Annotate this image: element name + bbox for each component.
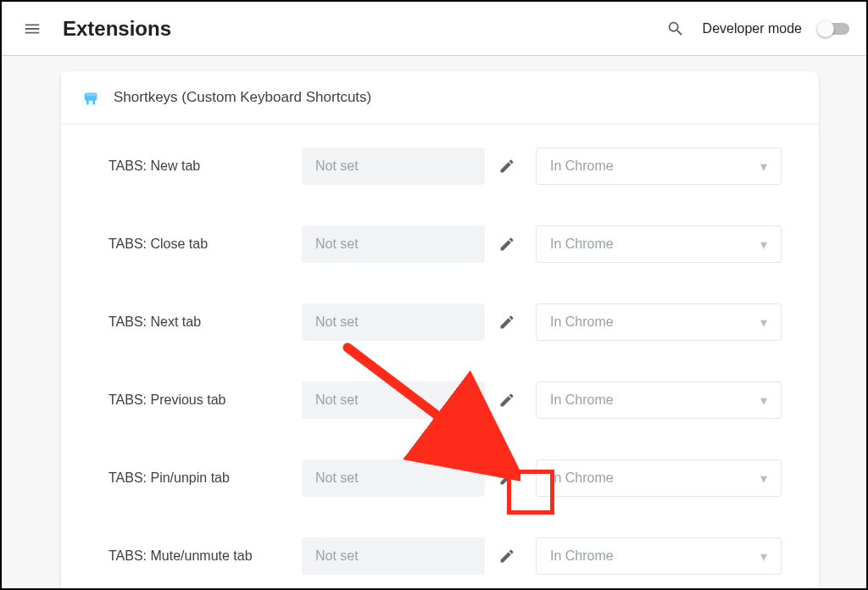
svg-rect-1 bbox=[86, 93, 97, 96]
edit-shortcut-button[interactable] bbox=[488, 225, 526, 263]
shortcut-label: TABS: Close tab bbox=[108, 237, 302, 252]
shortcut-row: TABS: Mute/unmute tab Not set In Chrome … bbox=[108, 537, 798, 576]
extension-shortcuts-card: Shortkeys (Custom Keyboard Shortcuts) TA… bbox=[61, 71, 819, 590]
scope-value: In Chrome bbox=[550, 237, 614, 252]
shortcut-row: TABS: Next tab Not set In Chrome ▾ bbox=[108, 303, 798, 342]
search-icon bbox=[666, 19, 685, 38]
caret-down-icon: ▾ bbox=[760, 159, 767, 175]
shortcut-row: TABS: Close tab Not set In Chrome ▾ bbox=[108, 225, 798, 264]
scope-select[interactable]: In Chrome ▾ bbox=[536, 148, 782, 185]
shortcut-label: TABS: Pin/unpin tab bbox=[108, 470, 302, 486]
shortcut-input[interactable]: Not set bbox=[302, 537, 485, 575]
caret-down-icon: ▾ bbox=[760, 237, 767, 253]
shortcut-row: TABS: Pin/unpin tab Not set In Chrome ▾ bbox=[108, 459, 798, 498]
scope-select[interactable]: In Chrome ▾ bbox=[536, 537, 782, 575]
shortcut-label: TABS: New tab bbox=[108, 159, 302, 174]
pencil-icon bbox=[498, 470, 515, 487]
scope-value: In Chrome bbox=[550, 470, 614, 486]
caret-down-icon: ▾ bbox=[760, 392, 767, 409]
toggle-knob bbox=[817, 20, 834, 37]
scope-value: In Chrome bbox=[550, 392, 614, 408]
developer-mode-toggle[interactable] bbox=[819, 23, 849, 35]
edit-shortcut-button[interactable] bbox=[488, 459, 526, 497]
header-bar: Extensions Developer mode bbox=[2, 2, 866, 56]
pencil-icon bbox=[498, 392, 515, 409]
caret-down-icon: ▾ bbox=[760, 548, 767, 565]
pencil-icon bbox=[498, 158, 515, 175]
scope-value: In Chrome bbox=[550, 159, 614, 174]
shortcut-row: TABS: New tab Not set In Chrome ▾ bbox=[108, 147, 798, 186]
hamburger-icon bbox=[23, 19, 42, 38]
pencil-icon bbox=[498, 548, 515, 565]
shortcut-label: TABS: Mute/unmute tab bbox=[108, 548, 302, 564]
pencil-icon bbox=[498, 236, 515, 253]
shortcut-input[interactable]: Not set bbox=[302, 459, 485, 497]
shortcut-input[interactable]: Not set bbox=[302, 381, 485, 419]
scope-select[interactable]: In Chrome ▾ bbox=[536, 303, 782, 341]
scope-select[interactable]: In Chrome ▾ bbox=[536, 225, 782, 263]
extension-name: Shortkeys (Custom Keyboard Shortcuts) bbox=[114, 89, 371, 106]
edit-shortcut-button[interactable] bbox=[488, 537, 526, 575]
developer-mode-label: Developer mode bbox=[703, 21, 802, 36]
menu-button[interactable] bbox=[15, 12, 49, 46]
search-button[interactable] bbox=[659, 12, 693, 46]
shortcut-input[interactable]: Not set bbox=[302, 148, 485, 185]
pencil-icon bbox=[498, 314, 515, 331]
page-title: Extensions bbox=[63, 17, 171, 41]
extension-icon bbox=[81, 88, 100, 107]
edit-shortcut-button[interactable] bbox=[488, 381, 526, 419]
caret-down-icon: ▾ bbox=[760, 314, 767, 331]
card-header: Shortkeys (Custom Keyboard Shortcuts) bbox=[61, 71, 819, 125]
shortcut-label: TABS: Previous tab bbox=[108, 392, 302, 408]
edit-shortcut-button[interactable] bbox=[488, 148, 526, 185]
caret-down-icon: ▾ bbox=[760, 470, 767, 487]
shortcut-row: TABS: Previous tab Not set In Chrome ▾ bbox=[108, 381, 798, 420]
shortcut-label: TABS: Next tab bbox=[108, 314, 302, 330]
edit-shortcut-button[interactable] bbox=[488, 303, 526, 341]
shortcut-input[interactable]: Not set bbox=[302, 303, 485, 341]
shortcut-input[interactable]: Not set bbox=[302, 225, 485, 263]
scope-select[interactable]: In Chrome ▾ bbox=[536, 381, 782, 419]
scope-select[interactable]: In Chrome ▾ bbox=[536, 459, 782, 497]
scope-value: In Chrome bbox=[550, 548, 614, 564]
scope-value: In Chrome bbox=[550, 314, 614, 330]
shortcut-rows: TABS: New tab Not set In Chrome ▾ TABS: … bbox=[61, 125, 819, 576]
